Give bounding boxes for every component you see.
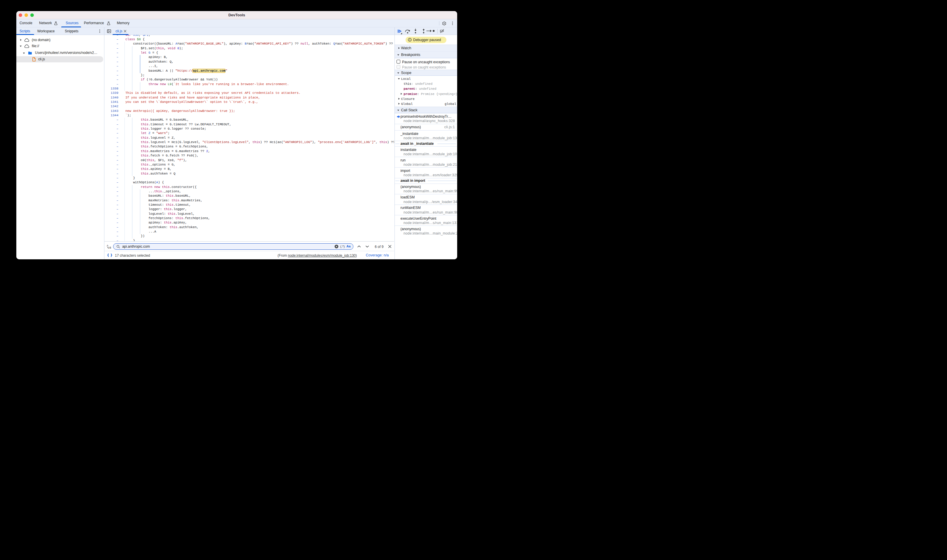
svg-text:A: A [107,244,108,247]
svg-text:B: B [110,246,111,249]
svg-text:(.*): (.*) [340,245,345,248]
